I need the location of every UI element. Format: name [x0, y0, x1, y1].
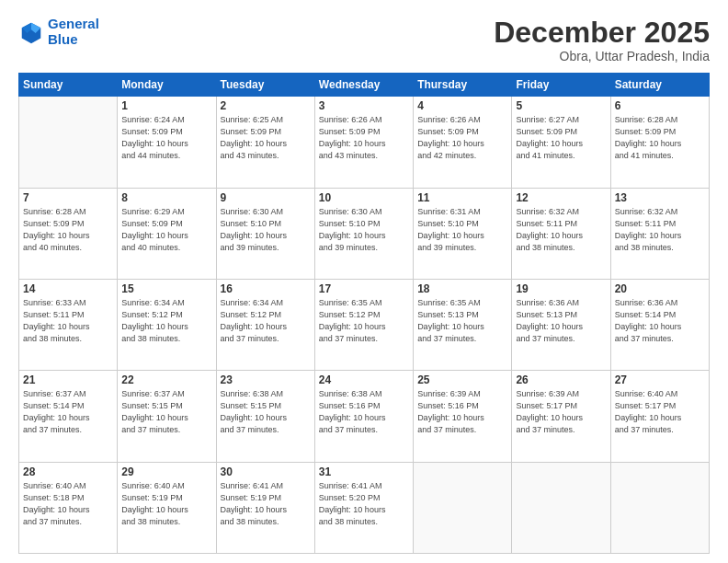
- calendar-cell: 1Sunrise: 6:24 AMSunset: 5:09 PMDaylight…: [118, 97, 216, 188]
- calendar-cell: 10Sunrise: 6:30 AMSunset: 5:10 PMDayligh…: [314, 188, 413, 279]
- day-info: Sunrise: 6:26 AMSunset: 5:09 PMDaylight:…: [319, 114, 409, 162]
- calendar-cell: 19Sunrise: 6:36 AMSunset: 5:13 PMDayligh…: [512, 279, 610, 370]
- calendar-cell: 28Sunrise: 6:40 AMSunset: 5:18 PMDayligh…: [19, 462, 118, 553]
- day-number: 9: [221, 191, 311, 204]
- logo-general: General: [48, 16, 99, 31]
- day-number: 22: [121, 373, 211, 386]
- day-info: Sunrise: 6:28 AMSunset: 5:09 PMDaylight:…: [23, 206, 113, 254]
- day-number: 23: [221, 373, 311, 386]
- day-info: Sunrise: 6:35 AMSunset: 5:12 PMDaylight:…: [319, 297, 409, 345]
- calendar-cell: 26Sunrise: 6:39 AMSunset: 5:17 PMDayligh…: [512, 371, 610, 462]
- day-info: Sunrise: 6:32 AMSunset: 5:11 PMDaylight:…: [516, 206, 606, 254]
- day-number: 25: [417, 373, 507, 386]
- calendar-table: Sunday Monday Tuesday Wednesday Thursday…: [18, 73, 710, 554]
- calendar-cell: 27Sunrise: 6:40 AMSunset: 5:17 PMDayligh…: [610, 371, 709, 462]
- day-number: 3: [319, 99, 409, 112]
- calendar-week-0: 1Sunrise: 6:24 AMSunset: 5:09 PMDaylight…: [19, 97, 710, 188]
- calendar-cell: 3Sunrise: 6:26 AMSunset: 5:09 PMDaylight…: [314, 97, 413, 188]
- day-info: Sunrise: 6:34 AMSunset: 5:12 PMDaylight:…: [221, 297, 311, 345]
- day-number: 19: [516, 282, 606, 295]
- day-info: Sunrise: 6:40 AMSunset: 5:18 PMDaylight:…: [23, 480, 113, 528]
- day-number: 10: [319, 191, 409, 204]
- calendar-cell: 24Sunrise: 6:38 AMSunset: 5:16 PMDayligh…: [314, 371, 413, 462]
- day-info: Sunrise: 6:41 AMSunset: 5:20 PMDaylight:…: [319, 480, 409, 528]
- month-title: December 2025: [494, 17, 710, 49]
- calendar-cell: 8Sunrise: 6:29 AMSunset: 5:09 PMDaylight…: [118, 188, 216, 279]
- day-info: Sunrise: 6:40 AMSunset: 5:17 PMDaylight:…: [615, 388, 705, 436]
- day-info: Sunrise: 6:31 AMSunset: 5:10 PMDaylight:…: [417, 206, 507, 254]
- day-number: 31: [319, 465, 409, 478]
- title-area: December 2025 Obra, Uttar Pradesh, India: [494, 17, 710, 63]
- day-number: 14: [23, 282, 113, 295]
- col-wednesday: Wednesday: [314, 74, 413, 97]
- calendar-cell: 2Sunrise: 6:25 AMSunset: 5:09 PMDaylight…: [216, 97, 314, 188]
- day-number: 21: [23, 373, 113, 386]
- day-info: Sunrise: 6:27 AMSunset: 5:09 PMDaylight:…: [516, 114, 606, 162]
- calendar-cell: 6Sunrise: 6:28 AMSunset: 5:09 PMDaylight…: [610, 97, 709, 188]
- col-friday: Friday: [512, 74, 610, 97]
- day-info: Sunrise: 6:39 AMSunset: 5:16 PMDaylight:…: [417, 388, 507, 436]
- day-info: Sunrise: 6:33 AMSunset: 5:11 PMDaylight:…: [23, 297, 113, 345]
- day-number: 16: [221, 282, 311, 295]
- day-info: Sunrise: 6:36 AMSunset: 5:13 PMDaylight:…: [516, 297, 606, 345]
- day-info: Sunrise: 6:37 AMSunset: 5:15 PMDaylight:…: [121, 388, 211, 436]
- day-number: 20: [615, 282, 705, 295]
- calendar-cell: 4Sunrise: 6:26 AMSunset: 5:09 PMDaylight…: [414, 97, 512, 188]
- day-number: 15: [121, 282, 211, 295]
- calendar-cell: 15Sunrise: 6:34 AMSunset: 5:12 PMDayligh…: [118, 279, 216, 370]
- day-info: Sunrise: 6:25 AMSunset: 5:09 PMDaylight:…: [221, 114, 311, 162]
- logo-text: General Blue: [48, 17, 99, 47]
- day-info: Sunrise: 6:40 AMSunset: 5:19 PMDaylight:…: [121, 480, 211, 528]
- day-number: 28: [23, 465, 113, 478]
- day-number: 1: [121, 99, 211, 112]
- calendar-cell: 29Sunrise: 6:40 AMSunset: 5:19 PMDayligh…: [118, 462, 216, 553]
- calendar-cell: 14Sunrise: 6:33 AMSunset: 5:11 PMDayligh…: [19, 279, 118, 370]
- day-number: 13: [615, 191, 705, 204]
- calendar-cell: 18Sunrise: 6:35 AMSunset: 5:13 PMDayligh…: [414, 279, 512, 370]
- day-number: 27: [615, 373, 705, 386]
- calendar-cell: 9Sunrise: 6:30 AMSunset: 5:10 PMDaylight…: [216, 188, 314, 279]
- day-number: 12: [516, 191, 606, 204]
- day-info: Sunrise: 6:34 AMSunset: 5:12 PMDaylight:…: [121, 297, 211, 345]
- day-number: 8: [121, 191, 211, 204]
- calendar-cell: [19, 97, 118, 188]
- location: Obra, Uttar Pradesh, India: [494, 49, 710, 63]
- day-info: Sunrise: 6:24 AMSunset: 5:09 PMDaylight:…: [121, 114, 211, 162]
- calendar-cell: 22Sunrise: 6:37 AMSunset: 5:15 PMDayligh…: [118, 371, 216, 462]
- calendar-cell: [414, 462, 512, 553]
- day-info: Sunrise: 6:39 AMSunset: 5:17 PMDaylight:…: [516, 388, 606, 436]
- logo: General Blue: [18, 17, 99, 47]
- calendar-cell: 31Sunrise: 6:41 AMSunset: 5:20 PMDayligh…: [314, 462, 413, 553]
- page: General Blue December 2025 Obra, Uttar P…: [0, 0, 728, 563]
- day-number: 30: [221, 465, 311, 478]
- calendar-cell: [512, 462, 610, 553]
- day-info: Sunrise: 6:29 AMSunset: 5:09 PMDaylight:…: [121, 206, 211, 254]
- calendar-week-2: 14Sunrise: 6:33 AMSunset: 5:11 PMDayligh…: [19, 279, 710, 370]
- calendar-cell: [610, 462, 709, 553]
- calendar-week-3: 21Sunrise: 6:37 AMSunset: 5:14 PMDayligh…: [19, 371, 710, 462]
- col-thursday: Thursday: [414, 74, 512, 97]
- calendar-cell: 21Sunrise: 6:37 AMSunset: 5:14 PMDayligh…: [19, 371, 118, 462]
- col-saturday: Saturday: [610, 74, 709, 97]
- calendar-cell: 23Sunrise: 6:38 AMSunset: 5:15 PMDayligh…: [216, 371, 314, 462]
- day-info: Sunrise: 6:41 AMSunset: 5:19 PMDaylight:…: [221, 480, 311, 528]
- calendar-cell: 12Sunrise: 6:32 AMSunset: 5:11 PMDayligh…: [512, 188, 610, 279]
- day-info: Sunrise: 6:26 AMSunset: 5:09 PMDaylight:…: [417, 114, 507, 162]
- day-info: Sunrise: 6:37 AMSunset: 5:14 PMDaylight:…: [23, 388, 113, 436]
- logo-icon: [18, 19, 44, 45]
- day-info: Sunrise: 6:35 AMSunset: 5:13 PMDaylight:…: [417, 297, 507, 345]
- calendar-cell: 16Sunrise: 6:34 AMSunset: 5:12 PMDayligh…: [216, 279, 314, 370]
- calendar-week-1: 7Sunrise: 6:28 AMSunset: 5:09 PMDaylight…: [19, 188, 710, 279]
- day-info: Sunrise: 6:28 AMSunset: 5:09 PMDaylight:…: [615, 114, 705, 162]
- header: General Blue December 2025 Obra, Uttar P…: [18, 17, 710, 63]
- col-tuesday: Tuesday: [216, 74, 314, 97]
- header-row: Sunday Monday Tuesday Wednesday Thursday…: [19, 74, 710, 97]
- day-number: 6: [615, 99, 705, 112]
- day-number: 24: [319, 373, 409, 386]
- day-number: 26: [516, 373, 606, 386]
- calendar-week-4: 28Sunrise: 6:40 AMSunset: 5:18 PMDayligh…: [19, 462, 710, 553]
- day-info: Sunrise: 6:36 AMSunset: 5:14 PMDaylight:…: [615, 297, 705, 345]
- day-number: 7: [23, 191, 113, 204]
- col-sunday: Sunday: [19, 74, 118, 97]
- day-number: 2: [221, 99, 311, 112]
